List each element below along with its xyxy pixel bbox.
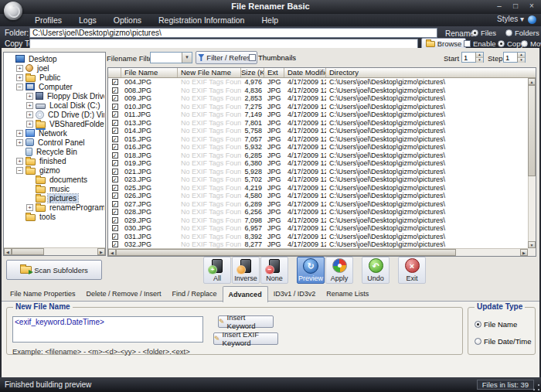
- thumbnails-option[interactable]: Thumbnails: [249, 53, 296, 62]
- start-spin-down-icon[interactable]: ▼: [476, 58, 483, 63]
- menu-item-options[interactable]: Options: [105, 14, 150, 26]
- update-type-file-name-option[interactable]: File Name: [475, 320, 517, 329]
- tree-item-floppy-disk-drive-a[interactable]: +Floppy Disk Drive (A:): [5, 91, 104, 101]
- tab-id3v1-id3v2[interactable]: ID3v1 / ID3v2: [268, 287, 322, 302]
- row-checkbox[interactable]: ✓: [112, 169, 118, 175]
- table-row[interactable]: ✓016.JPGNo EXIF Tags Found5,932JPG4/17/2…: [108, 143, 528, 152]
- row-checkbox[interactable]: ✓: [112, 136, 118, 142]
- step-spin-down-icon[interactable]: ▼: [518, 58, 525, 63]
- scroll-up-icon[interactable]: ▲: [528, 78, 536, 85]
- table-row[interactable]: ✓027.JPGNo EXIF Tags Found6,289JPG4/17/2…: [108, 200, 528, 209]
- step-spin-up-icon[interactable]: ▲: [518, 53, 525, 58]
- table-row[interactable]: ✓009.JPGNo EXIF Tags Found2,853JPG4/17/2…: [108, 94, 528, 103]
- none-button[interactable]: None: [260, 257, 288, 284]
- move-option[interactable]: Move: [521, 39, 541, 48]
- filter-refresh-button[interactable]: Filter / Refresh: [196, 51, 257, 64]
- tree-item-tools[interactable]: tools: [5, 212, 104, 221]
- table-row[interactable]: ✓029.JPGNo EXIF Tags Found7,098JPG4/17/2…: [108, 216, 528, 225]
- table-row[interactable]: ✓011.JPGNo EXIF Tags Found7,149JPG4/17/2…: [108, 111, 528, 119]
- start-spinner[interactable]: ▲▼: [461, 52, 484, 63]
- row-checkbox[interactable]: ✓: [112, 79, 118, 85]
- expand-icon[interactable]: +: [16, 65, 23, 72]
- tree-item-documents[interactable]: documents: [5, 175, 104, 184]
- tree-item-gizmo[interactable]: −gizmo: [5, 165, 104, 175]
- table-row[interactable]: ✓018.JPGNo EXIF Tags Found6,285JPG4/17/2…: [108, 152, 528, 160]
- tree-item-music[interactable]: music: [5, 184, 104, 193]
- column-header-ext[interactable]: Ext: [264, 68, 284, 77]
- table-row[interactable]: ✓013.JPGNo EXIF Tags Found7,801JPG4/17/2…: [108, 119, 528, 128]
- table-row[interactable]: ✓028.JPGNo EXIF Tags Found6,256JPG4/17/2…: [108, 208, 528, 216]
- table-row[interactable]: ✓030.JPGNo EXIF Tags Found6,957JPG4/17/2…: [108, 224, 528, 233]
- file-date-time-radio[interactable]: [475, 338, 481, 345]
- new-file-name-pattern-input[interactable]: <exif_keyword.DateTime>: [12, 316, 203, 343]
- select-column-header[interactable]: [108, 68, 121, 77]
- tree-item-public[interactable]: +Public: [5, 73, 104, 82]
- filename-filter-combo[interactable]: ▼: [150, 52, 192, 63]
- row-checkbox[interactable]: ✓: [112, 95, 118, 101]
- insert-keyword-button[interactable]: ✎ Insert Keyword: [218, 315, 274, 328]
- tree-item-cd-drive-d-virtualbox-guest[interactable]: +CD Drive (D:) VirtualBox Guest: [5, 110, 104, 119]
- table-row[interactable]: ✓008.JPGNo EXIF Tags Found4,836JPG4/17/2…: [108, 87, 528, 95]
- start-input[interactable]: [462, 53, 475, 62]
- table-row[interactable]: ✓004.JPGNo EXIF Tags Found4,976JPG4/17/2…: [108, 78, 528, 87]
- menu-item-profiles[interactable]: Profiles: [26, 14, 70, 26]
- row-checkbox[interactable]: ✓: [112, 176, 118, 182]
- move-radio[interactable]: [521, 40, 528, 47]
- table-row[interactable]: ✓032.JPGNo EXIF Tags Found8,277JPG4/17/2…: [108, 240, 528, 248]
- collapse-icon[interactable]: −: [16, 167, 23, 174]
- step-spinner[interactable]: ▲▼: [503, 52, 526, 63]
- expand-icon[interactable]: +: [16, 139, 23, 146]
- insert-exif-keyword-button[interactable]: ✎ Insert EXIF Keyword: [213, 332, 278, 345]
- scroll-left-icon[interactable]: ◀: [4, 248, 12, 255]
- expand-icon[interactable]: +: [16, 74, 23, 81]
- inverse-button[interactable]: Inverse: [232, 257, 260, 284]
- tab-find-replace[interactable]: Find / Replace: [167, 287, 223, 302]
- row-checkbox[interactable]: ✓: [112, 160, 118, 166]
- row-checkbox[interactable]: ✓: [112, 201, 118, 207]
- combo-dropdown-icon[interactable]: ▼: [182, 53, 192, 63]
- update-type-file-date-option[interactable]: File Date/Time: [475, 337, 531, 346]
- row-checkbox[interactable]: ✓: [112, 111, 118, 118]
- row-checkbox[interactable]: ✓: [112, 217, 118, 223]
- tree-horizontal-scrollbar[interactable]: ◀ ▶: [4, 247, 105, 255]
- scroll-left-icon[interactable]: ◀: [108, 249, 116, 256]
- tree-item-computer[interactable]: −Computer: [5, 82, 104, 91]
- copy-radio[interactable]: [498, 40, 505, 47]
- tree-item-local-disk-c[interactable]: +Local Disk (C:): [5, 101, 104, 110]
- tab-file-name-properties[interactable]: File Name Properties: [5, 287, 81, 302]
- expand-icon[interactable]: +: [26, 111, 33, 118]
- column-header-directory[interactable]: Directory: [326, 68, 536, 77]
- tree-item-renameprograms[interactable]: +renamePrograms: [5, 203, 104, 212]
- tree-item-vbsharedfolder-vboxsvr-z[interactable]: +VBSharedFolder (\\vboxsvr) (Z: [5, 119, 104, 128]
- thumbnails-checkbox[interactable]: [249, 54, 256, 61]
- tree-scroll-thumb[interactable]: [12, 248, 44, 255]
- expand-icon[interactable]: +: [16, 158, 23, 165]
- row-checkbox[interactable]: ✓: [112, 185, 118, 191]
- tab-delete-remove-insert[interactable]: Delete / Remove / Insert: [81, 287, 167, 302]
- row-checkbox[interactable]: ✓: [112, 193, 118, 199]
- table-vscroll-thumb[interactable]: [528, 85, 536, 176]
- table-row[interactable]: ✓021.JPGNo EXIF Tags Found5,928JPG4/17/2…: [108, 168, 528, 176]
- collapse-icon[interactable]: −: [16, 84, 23, 90]
- row-checkbox[interactable]: ✓: [112, 225, 118, 231]
- column-header-file-name[interactable]: File Name: [121, 68, 178, 77]
- tree-item-network[interactable]: +Network: [5, 128, 104, 138]
- table-row[interactable]: ✓014.JPGNo EXIF Tags Found5,758JPG4/17/2…: [108, 127, 528, 135]
- tree-item-joel[interactable]: +joel: [5, 63, 104, 73]
- table-row[interactable]: ✓015.JPGNo EXIF Tags Found7,057JPG4/17/2…: [108, 135, 528, 144]
- folder-path-input[interactable]: [29, 28, 437, 38]
- row-checkbox[interactable]: ✓: [112, 87, 118, 94]
- table-row[interactable]: ✓031.JPGNo EXIF Tags Found8,392JPG4/17/2…: [108, 233, 528, 241]
- styles-globe-icon[interactable]: [528, 15, 536, 24]
- rename-folders-option[interactable]: Folders: [505, 29, 539, 37]
- expand-icon[interactable]: +: [26, 121, 33, 128]
- exit-button[interactable]: ×Exit: [398, 257, 426, 284]
- tab-advanced[interactable]: Advanced: [223, 286, 268, 302]
- tab-rename-lists[interactable]: Rename Lists: [321, 287, 374, 302]
- undo-button[interactable]: ↶Undo: [362, 257, 390, 284]
- table-hscroll-thumb[interactable]: [116, 249, 456, 256]
- row-checkbox[interactable]: ✓: [112, 128, 118, 134]
- row-checkbox[interactable]: ✓: [112, 104, 118, 110]
- enable-option[interactable]: Enable: [464, 39, 496, 48]
- table-row[interactable]: ✓025.JPGNo EXIF Tags Found4,219JPG4/17/2…: [108, 184, 528, 193]
